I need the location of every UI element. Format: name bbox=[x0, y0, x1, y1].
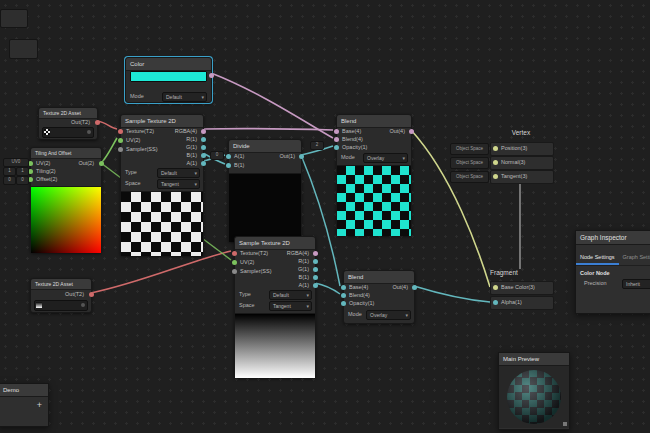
port-label: UV(2) bbox=[240, 259, 254, 266]
add-property-button[interactable]: + bbox=[37, 400, 42, 410]
position-space-dropdown[interactable]: Object Space bbox=[450, 143, 489, 155]
node-sample-texture-2[interactable]: Sample Texture 2D Texture(T2) UV(2) Samp… bbox=[234, 236, 316, 378]
input-port[interactable] bbox=[341, 285, 346, 290]
port-label: UV(2) bbox=[36, 160, 50, 167]
input-port[interactable] bbox=[334, 145, 339, 150]
output-port[interactable] bbox=[409, 129, 414, 134]
input-port[interactable] bbox=[493, 160, 498, 165]
output-port[interactable] bbox=[313, 251, 318, 256]
divide-a-field[interactable]: 0 bbox=[210, 151, 224, 160]
object-picker-icon[interactable] bbox=[81, 303, 85, 307]
input-port[interactable] bbox=[118, 138, 123, 143]
port-label: Base Color(3) bbox=[501, 284, 535, 291]
output-port[interactable] bbox=[201, 129, 206, 134]
port-label: B(1) bbox=[234, 162, 244, 169]
tangent-space-dropdown[interactable]: Object Space bbox=[450, 171, 489, 183]
type-dropdown[interactable]: Default ▾ bbox=[269, 290, 312, 300]
shader-graph-canvas[interactable]: Color Out(4) Mode Default ▾ Texture 2D A… bbox=[0, 0, 650, 433]
node-blend-1[interactable]: Blend Base(4) Blend(4) Opacity(1) Out(4)… bbox=[336, 114, 412, 236]
space-dropdown[interactable]: Tangent ▾ bbox=[269, 301, 312, 311]
blackboard-panel[interactable]: Demo + bbox=[0, 383, 49, 427]
input-port[interactable] bbox=[232, 260, 237, 265]
output-port[interactable] bbox=[201, 137, 206, 142]
graph-inspector-panel[interactable]: Graph Inspector Node SettingsGraph Setti… bbox=[575, 230, 650, 314]
vertex-position-block[interactable]: Position(3) bbox=[490, 142, 554, 156]
input-port[interactable] bbox=[226, 154, 231, 159]
tiling-y-field[interactable]: 1 bbox=[16, 167, 29, 176]
output-port[interactable] bbox=[299, 154, 304, 159]
vertex-tangent-block[interactable]: Tangent(3) bbox=[490, 170, 554, 184]
output-port[interactable] bbox=[201, 153, 206, 158]
output-port[interactable] bbox=[89, 292, 94, 297]
fragment-alpha-block[interactable]: Alpha(1) bbox=[490, 296, 554, 310]
output-port[interactable] bbox=[313, 259, 318, 264]
partial-node[interactable] bbox=[9, 39, 38, 59]
node-color[interactable]: Color Out(4) Mode Default ▾ bbox=[125, 57, 212, 103]
input-port[interactable] bbox=[118, 129, 123, 134]
input-port[interactable] bbox=[232, 269, 237, 274]
tab-node-settings[interactable]: Node Settings bbox=[576, 251, 619, 265]
partial-node[interactable] bbox=[0, 9, 28, 28]
texture-object-field[interactable] bbox=[42, 127, 94, 138]
input-port[interactable] bbox=[334, 129, 339, 134]
space-dropdown[interactable]: Tangent ▾ bbox=[157, 179, 200, 189]
port-label-out: G(1) bbox=[298, 266, 309, 273]
resize-grip[interactable] bbox=[563, 422, 567, 426]
divide-b-field[interactable]: 2 bbox=[310, 141, 324, 150]
input-port[interactable] bbox=[493, 146, 498, 151]
input-port[interactable] bbox=[493, 285, 498, 290]
output-port[interactable] bbox=[201, 161, 206, 166]
type-dropdown[interactable]: Default ▾ bbox=[157, 168, 200, 178]
output-port[interactable] bbox=[412, 285, 417, 290]
offset-x-field[interactable]: 0 bbox=[3, 176, 16, 185]
node-tiling-and-offset[interactable]: Tiling And Offset UV(2) Tiling(2) Offset… bbox=[30, 147, 102, 253]
tiling-x-field[interactable]: 1 bbox=[3, 167, 16, 176]
input-port[interactable] bbox=[226, 163, 231, 168]
output-port[interactable] bbox=[201, 145, 206, 150]
port-label-out: Out(T2) bbox=[65, 291, 84, 298]
node-texture-asset-2[interactable]: Texture 2D Asset Out(T2) bbox=[30, 278, 92, 313]
texture-object-field[interactable] bbox=[34, 300, 88, 311]
uv-channel-dropdown[interactable]: UV0 bbox=[3, 158, 29, 167]
input-port[interactable] bbox=[341, 293, 346, 298]
node-texture-asset-1[interactable]: Texture 2D Asset Out(T2) bbox=[38, 107, 98, 140]
input-port[interactable] bbox=[341, 301, 346, 306]
port-label: Base(4) bbox=[342, 128, 361, 135]
vertex-normal-block[interactable]: Normal(3) bbox=[490, 156, 554, 170]
output-port[interactable] bbox=[313, 275, 318, 280]
space-value: Object Space bbox=[456, 146, 483, 151]
output-port[interactable] bbox=[209, 73, 214, 78]
input-port[interactable] bbox=[493, 300, 498, 305]
mode-dropdown[interactable]: Default ▾ bbox=[162, 92, 207, 102]
cyan-checker-preview bbox=[337, 165, 411, 236]
precision-dropdown[interactable]: Inherit ▾ bbox=[622, 279, 650, 289]
normal-space-dropdown[interactable]: Object Space bbox=[450, 157, 489, 169]
port-label-out: R(1) bbox=[298, 258, 309, 265]
input-port[interactable] bbox=[232, 251, 237, 256]
inspector-tabs: Node SettingsGraph Settings bbox=[576, 245, 650, 266]
fragment-basecolor-block[interactable]: Base Color(3) bbox=[490, 281, 554, 295]
input-port[interactable] bbox=[118, 147, 123, 152]
main-preview-panel[interactable]: Main Preview bbox=[498, 352, 570, 430]
color-swatch[interactable] bbox=[130, 71, 207, 82]
port-label: Tangent(3) bbox=[501, 173, 527, 180]
node-sample-texture-1[interactable]: Sample Texture 2D Texture(T2) UV(2) Samp… bbox=[120, 114, 204, 256]
mode-dropdown[interactable]: Overlay ▾ bbox=[366, 310, 411, 320]
object-picker-icon[interactable] bbox=[87, 130, 91, 134]
tab-graph-settings[interactable]: Graph Settings bbox=[619, 251, 650, 263]
input-port[interactable] bbox=[334, 137, 339, 142]
wire-sample1-rgba-to-blend1-base bbox=[203, 129, 333, 130]
node-blend-2[interactable]: Blend Base(4) Blend(4) Opacity(1) Out(4)… bbox=[343, 270, 415, 324]
output-port[interactable] bbox=[95, 120, 100, 125]
input-port[interactable] bbox=[493, 174, 498, 179]
port-label-out: Out(4) bbox=[392, 284, 408, 291]
output-port[interactable] bbox=[313, 267, 318, 272]
port-label: Base(4) bbox=[349, 284, 368, 291]
output-port[interactable] bbox=[313, 283, 318, 288]
node-divide[interactable]: Divide A(1) B(1) Out(1) bbox=[228, 139, 302, 242]
mode-dropdown[interactable]: Overlay ▾ bbox=[363, 153, 408, 163]
output-port[interactable] bbox=[99, 161, 104, 166]
offset-y-field[interactable]: 0 bbox=[16, 176, 29, 185]
shader-preview-sphere[interactable] bbox=[507, 370, 561, 424]
port-label: Normal(3) bbox=[501, 159, 525, 166]
